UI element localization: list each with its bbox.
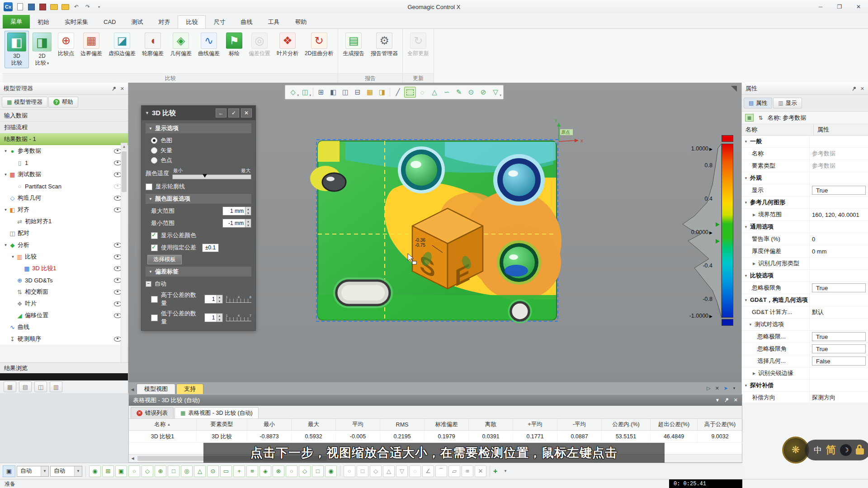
tab-display[interactable]: ▥显示 bbox=[773, 98, 802, 108]
menu-tab-比较[interactable]: 比较 bbox=[178, 15, 206, 28]
tree-item-初始对齐1[interactable]: ⇄初始对齐1 bbox=[0, 216, 128, 227]
property-row-名称[interactable]: 名称参考数据 bbox=[742, 148, 868, 160]
split-horizontal-icon[interactable]: ⊟ bbox=[352, 87, 363, 98]
lasso-select-icon[interactable]: ∽ bbox=[441, 87, 453, 98]
selection-mode-select-2[interactable]: 自动▼ bbox=[50, 466, 82, 477]
tree-scrollbar[interactable]: ▲ ▼ bbox=[121, 143, 127, 389]
menu-tab-帮助[interactable]: 帮助 bbox=[287, 16, 314, 28]
menu-tab-工具[interactable]: 工具 bbox=[260, 16, 287, 28]
bottom-tool-gray-5[interactable]: ▽ bbox=[396, 465, 408, 477]
undo-icon[interactable]: ↶ bbox=[72, 3, 80, 11]
property-row-忽略极限角[interactable]: 忽略极限角True bbox=[742, 282, 868, 294]
bottom-tool-green-4[interactable]: ○ bbox=[128, 465, 140, 477]
tree-item-分析[interactable]: ▼◆分析 bbox=[0, 239, 128, 251]
ribbon-compare-points[interactable]: ⊕比较点 bbox=[55, 31, 77, 59]
paint-select-icon[interactable]: ✎ bbox=[453, 87, 465, 98]
menu-tab-测试[interactable]: 测试 bbox=[123, 16, 151, 28]
show-tolerance-color-checkbox[interactable] bbox=[151, 232, 158, 239]
redo-icon[interactable]: ↷ bbox=[84, 3, 92, 11]
bottom-tool-green-16[interactable]: ○ bbox=[286, 465, 297, 477]
section-scan-process[interactable]: 扫描流程 bbox=[0, 122, 128, 133]
split-left-icon[interactable]: ◧ bbox=[327, 87, 339, 98]
property-row-探针补偿[interactable]: ▼探针补偿 bbox=[742, 380, 868, 392]
more-tools-icon[interactable]: ▼ bbox=[504, 469, 509, 473]
radio-icon[interactable] bbox=[151, 147, 157, 154]
bottom-tool-green-2[interactable]: ⊞ bbox=[102, 465, 114, 477]
show-contour-checkbox[interactable] bbox=[146, 183, 152, 190]
tree-item-叶片[interactable]: ❖叶片 bbox=[0, 298, 128, 310]
open-folder-icon[interactable] bbox=[50, 3, 58, 11]
bottom-tool-gray-11[interactable]: ✕ bbox=[475, 465, 486, 477]
column-header-最小[interactable]: 最小 bbox=[247, 419, 292, 430]
tree-item-对齐[interactable]: ▼◧对齐 bbox=[0, 204, 128, 216]
panel-collapse-icon[interactable]: ▼ bbox=[715, 398, 720, 403]
section-result-data[interactable]: 结果数据 - 1 bbox=[0, 133, 128, 145]
below-tolerance-count-input[interactable]: 1 ▲▼ bbox=[204, 313, 223, 322]
result-browse-tool-3[interactable]: ◫ bbox=[34, 381, 47, 392]
property-row-比较选项[interactable]: ▼比较选项 bbox=[742, 270, 868, 282]
ribbon-2d-twist-analysis[interactable]: ↻2D扭曲分析 bbox=[302, 31, 336, 59]
menu-tab-对齐[interactable]: 对齐 bbox=[151, 16, 178, 28]
column-header-公差内.(%)[interactable]: 公差内.(%) bbox=[602, 419, 651, 430]
ribbon-report-manager[interactable]: ⚙报告管理器 bbox=[368, 31, 401, 59]
multi-viewport-icon[interactable]: ▦ bbox=[364, 87, 376, 98]
bottom-tool-green-12[interactable]: + bbox=[233, 465, 245, 477]
bottom-tool-gray-7[interactable]: ∠ bbox=[422, 465, 434, 477]
result-browse-tool-2[interactable]: ▤ bbox=[19, 381, 32, 392]
bottom-tool-green-5[interactable]: ◇ bbox=[142, 465, 153, 477]
tab-properties[interactable]: ▤属性 bbox=[744, 98, 772, 108]
select-template-button[interactable]: 选择模板 bbox=[147, 255, 182, 264]
dialog-back-button[interactable]: ← bbox=[216, 108, 226, 117]
ribbon-callout[interactable]: ⚑标绘 bbox=[223, 31, 245, 59]
tolerance-value-input[interactable]: ±0.1 bbox=[202, 244, 219, 252]
ribbon-virtual-edge-deviation[interactable]: ◪虚拟边偏差 bbox=[106, 31, 138, 59]
tree-item-偏移位置[interactable]: ◢偏移位置 bbox=[0, 310, 128, 321]
menu-tab-初始[interactable]: 初始 bbox=[30, 16, 57, 28]
tree-item-测试数据[interactable]: ▼▦测试数据 bbox=[0, 169, 128, 180]
pin-icon[interactable] bbox=[852, 86, 857, 91]
view-orientation-icon[interactable]: ◇▾ bbox=[287, 87, 299, 98]
column-header--平均[interactable]: -平均 bbox=[557, 419, 602, 430]
ribbon-boundary-deviation[interactable]: ▦边界偏差 bbox=[78, 31, 105, 59]
toolbar-options-icon[interactable]: ▾ bbox=[95, 3, 103, 11]
select-arrow-tool[interactable]: ▣ bbox=[3, 465, 15, 477]
moon-icon[interactable]: ☽ bbox=[840, 444, 852, 456]
tree-item-3D GD&Ts[interactable]: ⊕3D GD&Ts bbox=[0, 274, 128, 286]
swap-viewport-icon[interactable]: ◨ bbox=[376, 87, 388, 98]
column-header-高于公差(%)[interactable]: 高于公差(%) bbox=[698, 419, 743, 430]
column-header-平均[interactable]: 平均 bbox=[336, 419, 380, 430]
result-browse-bar[interactable]: 结果浏览 bbox=[0, 362, 128, 373]
tree-item-硬测顺序[interactable]: ↧硬测顺序 bbox=[0, 333, 128, 345]
tab-support[interactable]: 支持 bbox=[176, 384, 203, 394]
column-header-超出公差(%)[interactable]: 超出公差(%) bbox=[651, 419, 698, 430]
import-icon[interactable] bbox=[38, 3, 47, 11]
bottom-tool-green-9[interactable]: △ bbox=[194, 465, 206, 477]
pin-icon[interactable] bbox=[724, 398, 729, 403]
bottom-tool-green-10[interactable]: ⊙ bbox=[207, 465, 219, 477]
tree-item-相交断面[interactable]: ⇅相交断面 bbox=[0, 286, 128, 298]
marquee-circle-icon[interactable]: ◌ bbox=[416, 87, 428, 98]
bottom-tool-green-11[interactable]: ▭ bbox=[220, 465, 232, 477]
tab-scroll-left-icon[interactable]: ◀ bbox=[128, 385, 137, 394]
dialog-ok-button[interactable]: ✓ bbox=[228, 108, 239, 117]
ribbon-silhouette-deviation[interactable]: ◖轮廓偏差 bbox=[139, 31, 166, 59]
property-row-厚度伴偏差[interactable]: 厚度伴偏差0 mm bbox=[742, 245, 868, 258]
property-row-参考几何图形[interactable]: ▼参考几何图形 bbox=[742, 197, 868, 209]
minimize-button[interactable]: ─ bbox=[811, 0, 830, 14]
bottom-tool-green-19[interactable]: ◉ bbox=[325, 465, 337, 477]
use-specified-tolerance-checkbox[interactable] bbox=[151, 244, 158, 251]
smart-select-icon[interactable]: ⊙ bbox=[465, 87, 477, 98]
ribbon-generate-report[interactable]: ▤生成报告 bbox=[340, 31, 367, 59]
above-tolerance-ruler[interactable]: 148 bbox=[226, 296, 251, 303]
viewport-corner-widget[interactable] bbox=[731, 86, 737, 92]
close-button[interactable]: ✕ bbox=[849, 0, 868, 14]
tree-item-Partifact Scan[interactable]: ○Partifact Scan bbox=[0, 180, 128, 192]
property-value-dropdown[interactable]: True bbox=[812, 332, 866, 341]
property-row-要素类型[interactable]: 要素类型参考数据 bbox=[742, 160, 868, 172]
app-logo-icon[interactable]: Cx bbox=[4, 2, 13, 11]
display-mode-矢量[interactable]: 矢量 bbox=[146, 145, 251, 155]
save-icon[interactable] bbox=[27, 3, 35, 11]
bottom-tool-gray-9[interactable]: ▱ bbox=[448, 465, 460, 477]
bottom-tool-green-8[interactable]: ◎ bbox=[181, 465, 193, 477]
close-panel-icon[interactable]: ✕ bbox=[120, 86, 124, 92]
